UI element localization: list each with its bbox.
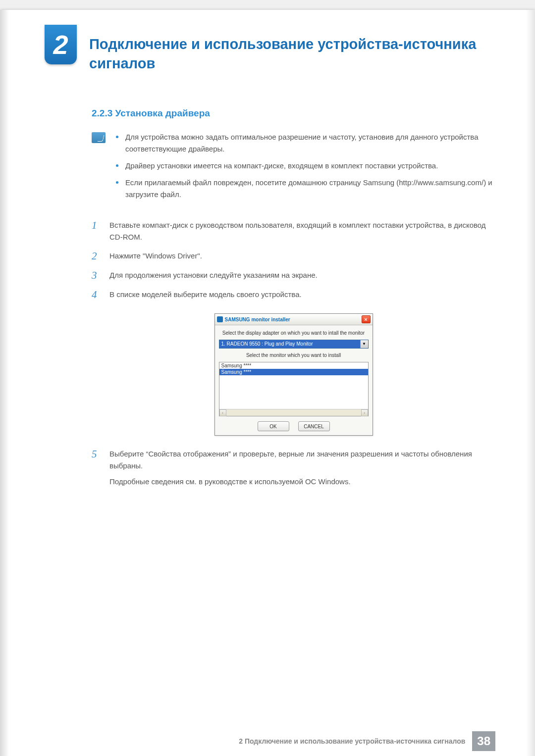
installer-body: Select the display adapter on which you … [215,325,373,435]
installer-label-monitor: Select the monitor which you want to ins… [219,353,369,358]
steps-list: 1 Вставьте компакт-диск с руководством п… [92,219,495,301]
step-item: 4 В списке моделей выберите модель своег… [92,289,495,301]
monitor-list[interactable]: Samsung **** Samsung **** ‹ › [219,362,369,416]
horizontal-scrollbar[interactable]: ‹ › [219,409,368,416]
step-text: В списке моделей выберите модель своего … [109,289,302,301]
document-page: 2 Подключение и использование устройства… [0,10,535,756]
cancel-button[interactable]: CANCEL [298,421,330,431]
ok-button[interactable]: OK [258,421,289,431]
section-title: Установка драйвера [115,108,210,118]
step-number: 5 [92,448,101,492]
step-number: 2 [92,250,101,262]
chapter-number-box: 2 [45,25,77,64]
page-shadow-right [526,10,535,756]
installer-screenshot: SAMSUNG monitor installer × Select the d… [92,313,495,436]
step-text: Для продолжения установки следуйте указа… [109,269,318,282]
step-item: 1 Вставьте компакт-диск с руководством п… [92,219,495,243]
step-text: Вставьте компакт-диск с руководством пол… [109,219,495,243]
note-item: Если прилагаемый файл поврежден, посетит… [114,177,495,201]
installer-titlebar: SAMSUNG monitor installer × [215,314,373,325]
page-shadow-left [0,10,9,756]
content-area: 2.2.3 Установка драйвера Для устройства … [45,108,495,492]
section-number: 2.2.3 [92,108,112,118]
page-number: 38 [472,731,495,751]
adapter-dropdown[interactable]: 1. RADEON 9550 : Plug and Play Monitor ▼ [219,340,369,349]
note-icon [92,132,106,143]
chapter-title: Подключение и использование устройства-и… [89,25,495,73]
footer-chapter-text: 2 Подключение и использование устройства… [239,737,465,745]
note-list: Для устройства можно задать оптимальное … [114,131,495,205]
chevron-down-icon[interactable]: ▼ [360,340,368,348]
note-item: Драйвер установки имеется на компакт-дис… [114,160,495,172]
dropdown-selected: 1. RADEON 9550 : Plug and Play Monitor [219,340,360,348]
chapter-header: 2 Подключение и использование устройства… [45,25,495,73]
installer-window: SAMSUNG monitor installer × Select the d… [214,313,373,436]
step-text: Выберите “Свойства отображения” и провер… [109,448,495,472]
installer-buttons: OK CANCEL [219,421,369,431]
installer-label-adapter: Select the display adapter on which you … [219,330,369,336]
step-item: 3 Для продолжения установки следуйте ука… [92,269,495,282]
step-number: 4 [92,289,101,301]
list-item[interactable]: Samsung **** [219,362,368,369]
app-icon [217,316,223,322]
step-number: 1 [92,219,101,243]
installer-title-text: SAMSUNG monitor installer [225,317,290,322]
list-item[interactable]: Samsung **** [219,369,368,375]
note-item: Для устройства можно задать оптимальное … [114,131,495,155]
step-number: 3 [92,269,101,282]
installer-title: SAMSUNG monitor installer [217,316,290,322]
step-item: 2 Нажмите "Windows Driver". [92,250,495,262]
close-icon[interactable]: × [362,315,371,323]
step-item: 5 Выберите “Свойства отображения” и пров… [92,448,495,492]
note-block: Для устройства можно задать оптимальное … [92,131,495,205]
scroll-left-icon[interactable]: ‹ [219,409,226,416]
page-footer: 2 Подключение и использование устройства… [239,731,495,751]
step-text: Подробные сведения см. в руководстве к и… [109,476,495,488]
chapter-number: 2 [53,31,68,58]
step-text: Нажмите "Windows Driver". [109,250,202,262]
step-body: Выберите “Свойства отображения” и провер… [109,448,495,492]
scroll-right-icon[interactable]: › [361,409,368,416]
section-heading: 2.2.3 Установка драйвера [92,108,495,119]
steps-list-continued: 5 Выберите “Свойства отображения” и пров… [92,448,495,492]
